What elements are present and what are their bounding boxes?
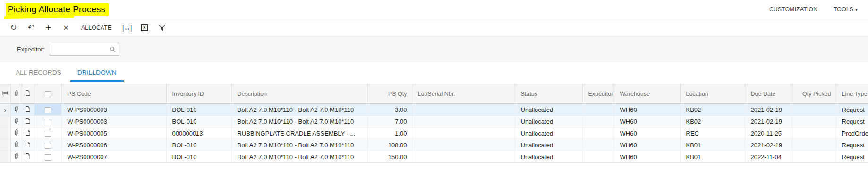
- cell-ps-code[interactable]: W-PS0000003: [61, 116, 166, 127]
- cell-expeditor[interactable]: [582, 127, 614, 139]
- column-header-location[interactable]: Location: [680, 84, 745, 104]
- row-note-cell[interactable]: [22, 127, 34, 139]
- row-select-cell[interactable]: [34, 127, 61, 139]
- cell-ps-qty[interactable]: 3.00: [367, 104, 412, 116]
- column-header-line-type[interactable]: Line Type: [836, 84, 868, 104]
- cell-due-date[interactable]: 2021-02-19: [745, 104, 792, 116]
- row-note-cell[interactable]: [22, 116, 34, 127]
- cell-expeditor[interactable]: [582, 151, 614, 163]
- cell-warehouse[interactable]: WH60: [614, 104, 680, 116]
- cell-description[interactable]: Bolt A2 7.0 M10*110 - Bolt A2 7.0 M10*11…: [231, 104, 367, 116]
- expeditor-input[interactable]: [50, 46, 110, 53]
- cell-location[interactable]: REC: [680, 127, 745, 139]
- row-note-cell[interactable]: [22, 151, 34, 163]
- undo-button[interactable]: ↶: [22, 21, 40, 35]
- cell-inventory-id[interactable]: 000000013: [166, 127, 231, 139]
- cell-qty-picked[interactable]: [792, 104, 836, 116]
- cell-qty-picked[interactable]: [792, 116, 836, 127]
- cell-warehouse[interactable]: WH60: [614, 116, 680, 127]
- row-note-cell[interactable]: [22, 104, 34, 116]
- cell-status[interactable]: Unallocated: [515, 151, 582, 163]
- cell-due-date[interactable]: 2022-11-04: [745, 151, 792, 163]
- cell-ps-code[interactable]: W-PS0000003: [61, 104, 166, 116]
- cell-due-date[interactable]: 2021-02-19: [745, 139, 792, 151]
- cell-inventory-id[interactable]: BOL-010: [166, 116, 231, 127]
- cell-inventory-id[interactable]: BOL-010: [166, 151, 231, 163]
- add-row-button[interactable]: +: [40, 21, 57, 35]
- cell-warehouse[interactable]: WH60: [614, 139, 680, 151]
- cell-expeditor[interactable]: [582, 139, 614, 151]
- column-header-inventory-id[interactable]: Inventory ID: [166, 84, 231, 104]
- column-header-lot-serial[interactable]: Lot/Serial Nbr.: [412, 84, 515, 104]
- cell-lot-serial[interactable]: [412, 151, 515, 163]
- cell-line-type[interactable]: ProdOrder: [836, 127, 868, 139]
- customization-button[interactable]: CUSTOMIZATION: [769, 6, 817, 13]
- cell-ps-code[interactable]: W-PS0000007: [61, 151, 166, 163]
- table-row[interactable]: › W-PS0000003 BOL-010 Bolt A2 7.0 M10*11…: [0, 104, 868, 116]
- cell-qty-picked[interactable]: [792, 139, 836, 151]
- grid-settings-header[interactable]: [0, 84, 10, 104]
- cell-line-type[interactable]: Request: [836, 151, 868, 163]
- row-checkbox[interactable]: [45, 154, 51, 161]
- row-select-cell[interactable]: [34, 104, 61, 116]
- row-checkbox[interactable]: [45, 131, 51, 137]
- cell-warehouse[interactable]: WH60: [614, 127, 680, 139]
- row-attach-cell[interactable]: [10, 104, 22, 116]
- row-select-cell[interactable]: [34, 151, 61, 163]
- cell-ps-qty[interactable]: 108.00: [367, 139, 412, 151]
- table-row[interactable]: W-PS0000007 BOL-010 Bolt A2 7.0 M10*110 …: [0, 151, 868, 163]
- cell-ps-qty[interactable]: 7.00: [367, 116, 412, 127]
- cell-qty-picked[interactable]: [792, 151, 836, 163]
- column-header-qty-picked[interactable]: Qty Picked: [792, 84, 836, 104]
- select-all-checkbox[interactable]: [45, 91, 51, 97]
- row-checkbox[interactable]: [45, 143, 51, 149]
- cell-qty-picked[interactable]: [792, 127, 836, 139]
- row-checkbox[interactable]: [45, 119, 51, 125]
- cell-due-date[interactable]: 2020-11-25: [745, 127, 792, 139]
- row-note-cell[interactable]: [22, 139, 34, 151]
- column-header-warehouse[interactable]: Warehouse: [614, 84, 680, 104]
- row-attach-cell[interactable]: [10, 127, 22, 139]
- column-header-due-date[interactable]: Due Date: [745, 84, 792, 104]
- column-header-ps-code[interactable]: PS Code: [61, 84, 166, 104]
- cell-lot-serial[interactable]: [412, 139, 515, 151]
- filter-button[interactable]: [153, 21, 170, 35]
- row-select-cell[interactable]: [34, 116, 61, 127]
- expeditor-lookup-button[interactable]: [110, 46, 119, 52]
- cell-ps-qty[interactable]: 1.00: [367, 127, 412, 139]
- cell-location[interactable]: KB01: [680, 139, 745, 151]
- cell-description[interactable]: Bolt A2 7.0 M10*110 - Bolt A2 7.0 M10*11…: [231, 139, 367, 151]
- cell-lot-serial[interactable]: [412, 127, 515, 139]
- cell-ps-qty[interactable]: 150.00: [367, 151, 412, 163]
- cell-lot-serial[interactable]: [412, 104, 515, 116]
- cell-expeditor[interactable]: [582, 116, 614, 127]
- cell-due-date[interactable]: 2021-02-19: [745, 116, 792, 127]
- export-excel-button[interactable]: X: [136, 21, 153, 35]
- select-all-checkbox-header[interactable]: [34, 84, 61, 104]
- tools-menu-button[interactable]: TOOLS▾: [834, 6, 858, 13]
- cell-ps-code[interactable]: W-PS0000006: [61, 139, 166, 151]
- cell-status[interactable]: Unallocated: [515, 139, 582, 151]
- cell-expeditor[interactable]: [582, 104, 614, 116]
- cell-ps-code[interactable]: W-PS0000005: [61, 127, 166, 139]
- tab-all-records[interactable]: ALL RECORDS: [9, 67, 68, 82]
- cell-location[interactable]: KB02: [680, 104, 745, 116]
- table-row[interactable]: W-PS0000006 BOL-010 Bolt A2 7.0 M10*110 …: [0, 139, 868, 151]
- cell-description[interactable]: Bolt A2 7.0 M10*110 - Bolt A2 7.0 M10*11…: [231, 151, 367, 163]
- row-select-cell[interactable]: [34, 139, 61, 151]
- fit-to-screen-button[interactable]: |↔|: [118, 21, 136, 35]
- cell-line-type[interactable]: Request: [836, 116, 868, 127]
- table-row[interactable]: W-PS0000005 000000013 RUBBINGPLATE CRADL…: [0, 127, 868, 139]
- cell-inventory-id[interactable]: BOL-010: [166, 104, 231, 116]
- column-header-ps-qty[interactable]: PS Qty: [367, 84, 412, 104]
- cell-warehouse[interactable]: WH60: [614, 151, 680, 163]
- row-attach-cell[interactable]: [10, 116, 22, 127]
- column-header-status[interactable]: Status: [515, 84, 582, 104]
- column-header-description[interactable]: Description: [231, 84, 367, 104]
- row-checkbox[interactable]: [45, 107, 51, 113]
- cell-status[interactable]: Unallocated: [515, 116, 582, 127]
- row-attach-cell[interactable]: [10, 139, 22, 151]
- cell-location[interactable]: KB02: [680, 116, 745, 127]
- refresh-button[interactable]: ↻: [5, 21, 22, 35]
- allocate-button[interactable]: ALLOCATE: [75, 21, 118, 35]
